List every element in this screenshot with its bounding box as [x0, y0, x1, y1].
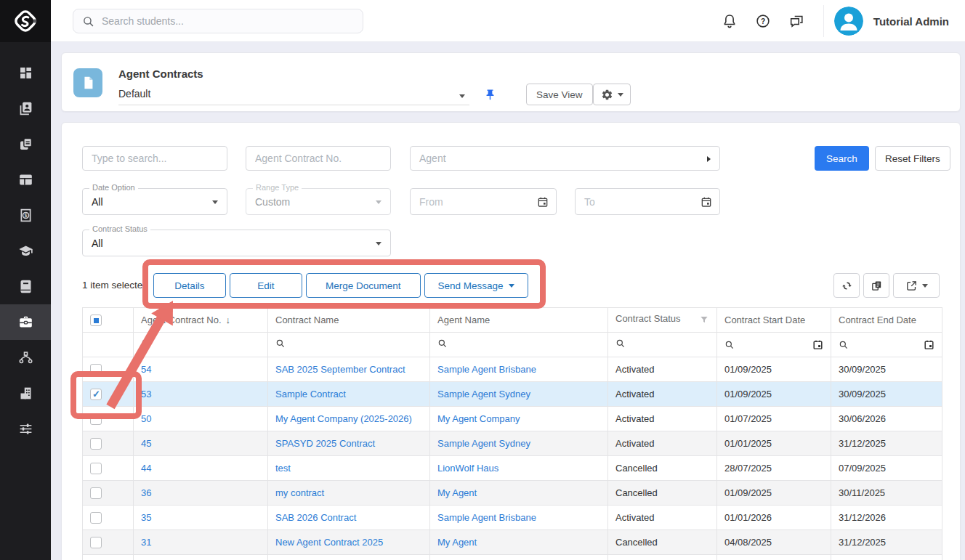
keyword-search-input[interactable] [82, 146, 227, 171]
global-search-input[interactable] [102, 15, 342, 27]
sidebar-item-boards[interactable] [0, 162, 51, 198]
agent-name-link[interactable]: Sample Agent Brisbane [437, 512, 536, 523]
row-checkbox[interactable] [90, 364, 102, 376]
row-checkbox[interactable] [90, 463, 102, 474]
contract-name-link[interactable]: test [275, 463, 291, 474]
send-message-button[interactable]: Send Message [424, 273, 528, 298]
contract-status-value: All [92, 238, 103, 249]
export-button[interactable] [893, 273, 940, 298]
contract-no-link[interactable]: 36 [141, 487, 151, 498]
sidebar-item-dashboard[interactable] [0, 55, 51, 91]
reset-filters-button[interactable]: Reset Filters [875, 146, 950, 171]
table-row[interactable]: 53Sample ContractSample Agent SydneyActi… [83, 382, 942, 407]
table-row[interactable]: 44testLionWolf HausCancelled28/07/202507… [83, 456, 942, 481]
contract-no-link[interactable]: 54 [141, 364, 151, 375]
table-row[interactable]: 35SAB 2026 ContractSample Agent Brisbane… [83, 506, 942, 530]
column-header-contract-no[interactable]: Agent Contract No.↓ [134, 308, 268, 333]
contract-no-link[interactable]: 45 [141, 438, 151, 449]
column-header-start-date[interactable]: Contract Start Date [717, 308, 831, 333]
contract-no-link[interactable]: 35 [141, 512, 151, 523]
search-icon [141, 338, 151, 349]
end-date-cell: 31/12/2026 [831, 506, 942, 530]
user-menu[interactable]: Tutorial Admin [834, 7, 965, 36]
pin-view-button[interactable] [480, 85, 499, 104]
help-button[interactable]: ? [746, 4, 780, 38]
filter-funnel-icon[interactable] [699, 315, 709, 327]
agent-name-link[interactable]: Sample Agent Sydney [437, 438, 530, 449]
row-checkbox[interactable] [90, 487, 102, 499]
sidebar-item-invoices[interactable]: $ [0, 198, 51, 233]
filter-contract-status[interactable] [608, 333, 717, 357]
table-row[interactable] [83, 555, 942, 560]
contract-no-link[interactable]: 44 [141, 463, 151, 474]
contract-name-link[interactable]: My Agent Company (2025-2026) [275, 413, 412, 424]
global-search[interactable] [73, 9, 363, 33]
sidebar-item-organisations[interactable] [0, 376, 51, 411]
refresh-button[interactable] [833, 273, 860, 298]
filter-contract-name[interactable] [268, 333, 430, 357]
sidebar-item-contacts[interactable] [0, 91, 51, 126]
row-checkbox[interactable] [90, 389, 102, 400]
contract-no-input[interactable] [246, 146, 391, 171]
sidebar-item-agents[interactable] [0, 304, 51, 340]
view-settings-button[interactable] [593, 84, 631, 105]
contract-name-link[interactable]: my contract [275, 487, 324, 498]
notifications-button[interactable] [713, 4, 746, 38]
agent-name-link[interactable]: LionWolf Haus [437, 463, 498, 474]
agent-name-link[interactable]: My Agent [437, 537, 477, 548]
agent-name-link[interactable]: My Agent Company [437, 413, 520, 424]
contract-name-link[interactable]: Sample Contract [275, 389, 346, 399]
column-header-contract-name[interactable]: Contract Name [268, 308, 430, 333]
agent-name-link[interactable]: Sample Agent Sydney [437, 389, 530, 399]
contract-no-link[interactable]: 50 [141, 413, 151, 424]
agent-name-link[interactable]: My Agent [437, 487, 477, 498]
topbar-actions: ? Tutorial Admin [713, 0, 965, 42]
copy-button[interactable] [863, 273, 889, 298]
contract-no-link[interactable]: 31 [141, 537, 151, 548]
filter-end-date[interactable] [831, 333, 942, 357]
sidebar-item-workflows[interactable] [0, 340, 51, 376]
filter-agent-name[interactable] [430, 333, 608, 357]
row-checkbox[interactable] [90, 413, 102, 425]
agent-name-link[interactable]: Sample Agent Brisbane [437, 364, 536, 375]
sidebar-item-documents[interactable] [0, 126, 51, 162]
row-checkbox[interactable] [90, 438, 102, 450]
app-logo[interactable] [0, 0, 51, 42]
search-button[interactable]: Search [815, 146, 869, 171]
date-to-input[interactable]: To [575, 188, 720, 215]
table-row[interactable]: 50My Agent Company (2025-2026)My Agent C… [83, 407, 942, 431]
sidebar-item-courses[interactable] [0, 233, 51, 269]
column-header-agent-name[interactable]: Agent Name [430, 308, 608, 333]
action-buttons: Details Edit Merge Document Send Message [153, 273, 528, 298]
save-view-button[interactable]: Save View [526, 84, 593, 105]
agent-picker[interactable]: Agent [410, 146, 720, 171]
contract-name-link[interactable]: New Agent Contract 2025 [275, 537, 383, 548]
contract-no-link[interactable]: 53 [141, 389, 151, 399]
contract-status-select[interactable]: Contract Status All [82, 230, 391, 256]
details-button[interactable]: Details [153, 273, 226, 298]
agent-picker-placeholder: Agent [419, 153, 446, 164]
sidebar-item-handbook[interactable] [0, 269, 51, 304]
date-from-input[interactable]: From [410, 188, 557, 215]
edit-button[interactable]: Edit [230, 273, 302, 298]
messages-button[interactable] [780, 4, 813, 38]
contract-name-link[interactable]: SPASYD 2025 Contract [275, 438, 375, 449]
filter-contract-no[interactable] [134, 333, 268, 357]
range-type-select[interactable]: Range Type Custom [246, 188, 391, 215]
select-all-checkbox[interactable] [90, 315, 102, 326]
table-row[interactable]: 45SPASYD 2025 ContractSample Agent Sydne… [83, 431, 942, 456]
filter-start-date[interactable] [717, 333, 831, 357]
column-header-end-date[interactable]: Contract End Date [831, 308, 942, 333]
column-header-contract-status[interactable]: Contract Status [608, 308, 717, 333]
table-row[interactable]: 54SAB 2025 September ContractSample Agen… [83, 357, 942, 382]
contract-name-link[interactable]: SAB 2025 September Contract [275, 364, 405, 375]
merge-document-button[interactable]: Merge Document [306, 273, 421, 298]
contract-name-link[interactable]: SAB 2026 Contract [275, 512, 356, 523]
row-checkbox[interactable] [90, 537, 102, 548]
table-row[interactable]: 36my contractMy AgentCancelled01/09/2025… [83, 481, 942, 506]
date-option-select[interactable]: Date Option All [82, 188, 227, 215]
table-row[interactable]: 31New Agent Contract 2025My AgentCancell… [83, 530, 942, 555]
view-select[interactable]: Default [118, 85, 469, 105]
sidebar-item-settings[interactable] [0, 411, 51, 447]
row-checkbox[interactable] [90, 512, 102, 524]
